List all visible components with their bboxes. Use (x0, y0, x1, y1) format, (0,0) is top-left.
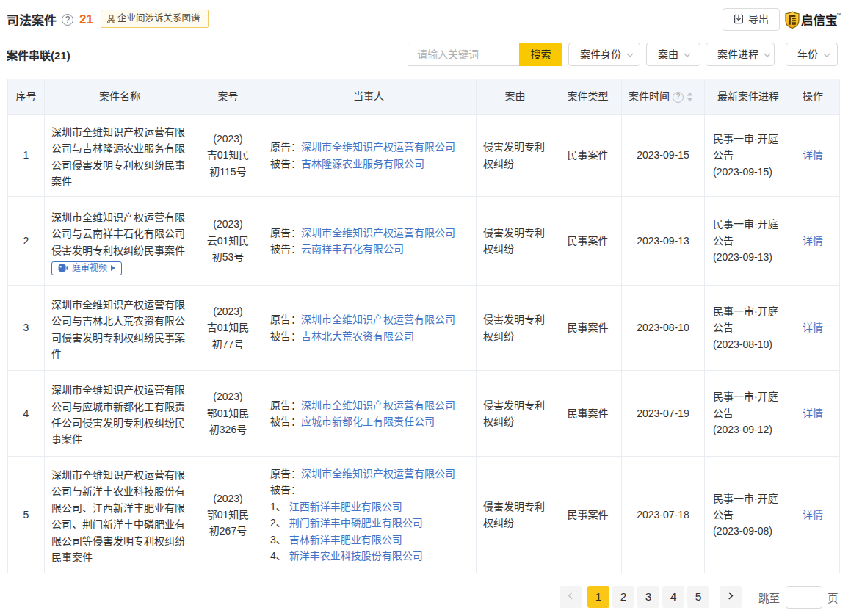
svg-text:启信宝: 启信宝 (801, 13, 838, 27)
svg-text:™: ™ (836, 12, 841, 17)
